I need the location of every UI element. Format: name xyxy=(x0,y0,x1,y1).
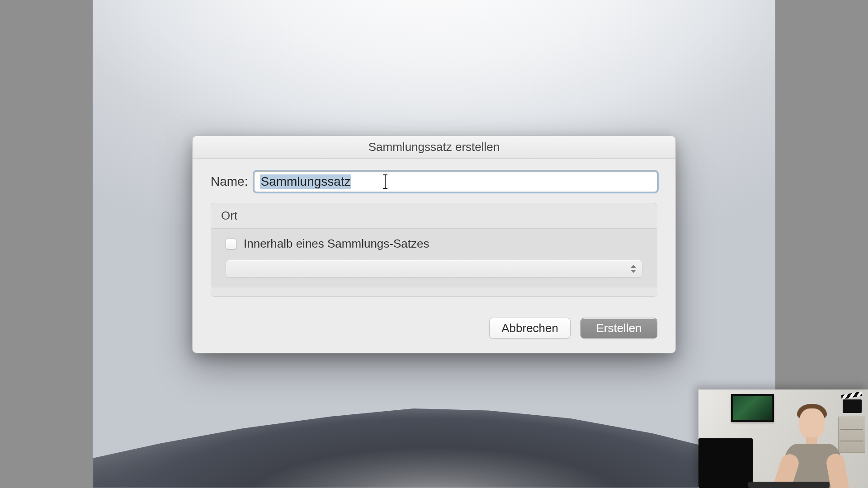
inside-collection-set-label[interactable]: Innerhalb eines Sammlungs-Satzes xyxy=(244,237,429,251)
name-input-wrap: Sammlungssatz xyxy=(254,171,657,192)
chevron-up-icon xyxy=(631,265,636,268)
dialog-button-row: Abbrechen Erstellen xyxy=(211,318,657,338)
dialog-title: Sammlungssatz erstellen xyxy=(368,140,500,154)
presenter xyxy=(771,400,848,488)
location-group-title: Ort xyxy=(211,203,657,228)
keyboard xyxy=(748,482,830,488)
location-group-inner: Innerhalb eines Sammlungs-Satzes xyxy=(211,228,657,287)
inside-collection-set-row: Innerhalb eines Sammlungs-Satzes xyxy=(226,237,642,251)
select-stepper-icon xyxy=(629,263,637,275)
name-row: Name: Sammlungssatz xyxy=(211,171,657,192)
dialog-titlebar[interactable]: Sammlungssatz erstellen xyxy=(193,136,675,159)
webcam-pip xyxy=(698,389,868,488)
create-button[interactable]: Erstellen xyxy=(580,318,657,338)
dialog-body: Name: Sammlungssatz Ort Innerhalb eines … xyxy=(193,159,675,353)
name-label: Name: xyxy=(211,174,248,189)
inside-collection-set-checkbox[interactable] xyxy=(226,239,236,249)
monitor-back xyxy=(698,438,753,488)
name-input[interactable] xyxy=(254,171,657,192)
cancel-button[interactable]: Abbrechen xyxy=(489,318,571,338)
create-collection-set-dialog: Sammlungssatz erstellen Name: Sammlungss… xyxy=(192,136,676,353)
wall-art xyxy=(731,394,774,422)
chevron-down-icon xyxy=(631,270,636,273)
mountain-silhouette xyxy=(93,389,775,488)
desktop-background: Sammlungssatz erstellen Name: Sammlungss… xyxy=(93,0,775,488)
location-group: Ort Innerhalb eines Sammlungs-Satzes xyxy=(211,203,657,297)
parent-collection-set-select[interactable] xyxy=(226,260,642,278)
